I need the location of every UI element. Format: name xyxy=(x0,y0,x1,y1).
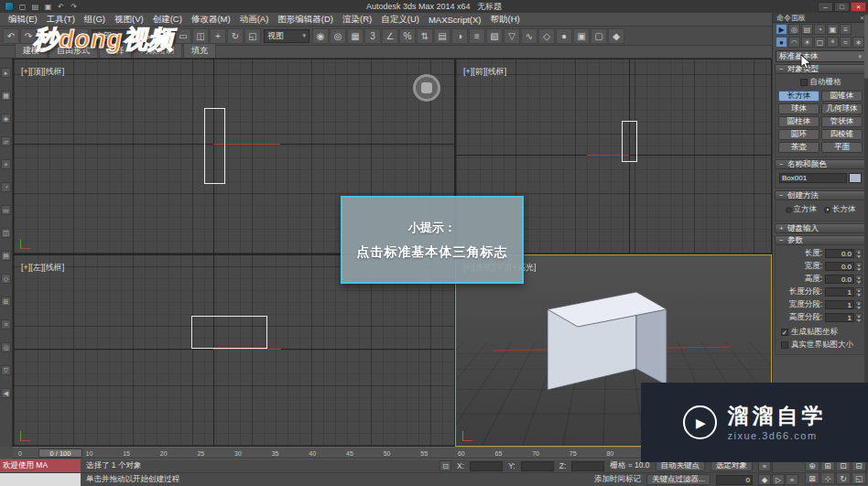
schematic-view-icon[interactable]: ◇ xyxy=(538,28,555,44)
object-type-button[interactable]: 管状体 xyxy=(821,116,863,127)
maximize-viewport-toggle-icon[interactable]: ◱ xyxy=(852,472,866,484)
checkbox-row[interactable]: 真实世界贴图大小 xyxy=(776,339,865,351)
viewport-top-label[interactable]: [+][顶][线框] xyxy=(21,66,64,78)
checkbox-row[interactable]: ✓生成贴图坐标 xyxy=(776,326,865,339)
open-file-icon[interactable]: ▤ xyxy=(29,2,41,12)
save-file-icon[interactable]: ▣ xyxy=(42,2,54,12)
undo-icon[interactable]: ↶ xyxy=(3,28,19,44)
keyboard-override-toggle-icon[interactable]: ▦ xyxy=(347,28,363,44)
spinner[interactable]: ▴▾ xyxy=(855,313,863,322)
render-setup-icon[interactable]: ▣ xyxy=(573,28,590,44)
rectangular-selection-region-icon[interactable]: ▭ xyxy=(175,28,191,44)
utilities-tab-icon[interactable]: ≡ xyxy=(840,24,852,35)
menu-item[interactable]: 动画(A) xyxy=(235,14,274,26)
menu-item[interactable]: 修改器(M) xyxy=(187,14,235,26)
minimize-button[interactable]: – xyxy=(818,2,833,12)
keyboard-entry-rollout-header[interactable]: + 键盘输入 xyxy=(775,223,866,233)
object-type-button[interactable]: 几何球体 xyxy=(821,103,863,114)
left-toolbar-icon[interactable]: ⊞ xyxy=(1,297,11,307)
align-icon[interactable]: ≡ xyxy=(469,28,485,44)
use-center-flyout-icon[interactable]: ◉ xyxy=(312,28,329,44)
window-crossing-toggle-icon[interactable]: ◫ xyxy=(192,28,209,44)
lights-category-icon[interactable]: ☀ xyxy=(801,37,813,48)
percent-snap-icon[interactable]: % xyxy=(399,28,416,44)
object-type-button[interactable]: 圆锥体 xyxy=(821,91,863,102)
spinner[interactable]: ▴▾ xyxy=(855,300,863,309)
left-toolbar-icon[interactable]: ◫ xyxy=(1,228,11,238)
maximize-button[interactable]: □ xyxy=(834,2,850,12)
object-name-field[interactable]: Box001 xyxy=(779,173,847,183)
menu-item[interactable]: 自定义(U) xyxy=(376,14,424,26)
geometry-category-icon[interactable]: ● xyxy=(776,37,787,48)
y-coordinate-field[interactable] xyxy=(521,461,554,471)
modify-tab-icon[interactable]: ◎ xyxy=(788,24,800,35)
create-tab-icon[interactable]: ▶ xyxy=(776,24,787,35)
layer-manager-icon[interactable]: ▧ xyxy=(486,28,503,44)
name-color-rollout-header[interactable]: − 名称和颜色 xyxy=(775,159,866,169)
select-and-manipulate-icon[interactable]: ◎ xyxy=(330,28,346,44)
left-toolbar-icon[interactable]: ◈ xyxy=(1,113,11,124)
creation-method-rollout-header[interactable]: − 创建方法 xyxy=(775,190,866,200)
close-button[interactable]: × xyxy=(851,2,866,12)
spinner[interactable]: ▴▾ xyxy=(855,287,863,297)
parameter-input[interactable]: 1 xyxy=(825,300,854,309)
parameter-input[interactable]: 0.0 xyxy=(825,275,854,284)
ribbon-tab[interactable]: 填充 xyxy=(183,43,216,58)
reference-coordinate-dropdown[interactable]: 视图 ▾ xyxy=(264,29,309,43)
rendered-frame-window-icon[interactable]: ▢ xyxy=(591,28,607,44)
parameter-input[interactable]: 1 xyxy=(825,287,854,297)
object-type-button[interactable]: 圆环 xyxy=(778,129,819,140)
angle-snap-icon[interactable]: ∠ xyxy=(382,28,398,44)
edit-named-selection-icon[interactable]: ▤ xyxy=(434,28,450,44)
mirror-icon[interactable]: ◑ xyxy=(451,28,468,44)
curve-editor-icon[interactable]: ∿ xyxy=(521,28,537,44)
autogrid-row[interactable]: 自动栅格 xyxy=(776,76,865,90)
left-toolbar-icon[interactable]: ◔ xyxy=(1,182,11,192)
spinner[interactable]: ▴▾ xyxy=(855,262,863,271)
left-toolbar-icon[interactable]: ◇ xyxy=(1,274,11,284)
time-tag-text[interactable]: 添加时间标记 xyxy=(594,474,641,485)
creation-method-radio[interactable]: 长方体 xyxy=(824,204,856,215)
go-to-end-icon[interactable]: » xyxy=(786,474,798,485)
menu-item[interactable]: MAXScript(X) xyxy=(424,15,486,25)
left-toolbar-icon[interactable]: ≡ xyxy=(1,319,11,329)
menu-item[interactable]: 帮助(H) xyxy=(485,14,524,26)
hierarchy-tab-icon[interactable]: ▤ xyxy=(801,24,813,35)
command-panel-header[interactable]: 命令面板 × xyxy=(773,13,868,23)
select-and-rotate-icon[interactable]: ↻ xyxy=(227,28,244,44)
select-and-scale-icon[interactable]: ◱ xyxy=(244,28,261,44)
key-filters-button[interactable]: 关键点过滤器... xyxy=(646,474,711,485)
object-type-rollout-header[interactable]: − 对象类型 xyxy=(775,64,866,74)
object-type-button[interactable]: 长方体 xyxy=(778,91,819,102)
display-tab-icon[interactable]: ▣ xyxy=(827,24,839,35)
spinner[interactable]: ▴▾ xyxy=(855,275,863,284)
cameras-category-icon[interactable]: ▢ xyxy=(814,37,826,48)
left-toolbar-icon[interactable]: ▭ xyxy=(1,205,11,215)
object-type-button[interactable]: 球体 xyxy=(778,103,819,114)
render-production-icon[interactable]: ◆ xyxy=(608,28,624,44)
systems-category-icon[interactable]: ∗ xyxy=(852,37,864,48)
new-scene-icon[interactable]: ▢ xyxy=(16,2,28,12)
select-and-move-icon[interactable]: + xyxy=(210,28,226,44)
creation-method-radio[interactable]: 立方体 xyxy=(786,204,818,215)
z-coordinate-field[interactable] xyxy=(571,461,604,471)
left-toolbar-icon[interactable]: ▦ xyxy=(1,91,11,101)
material-editor-icon[interactable]: ● xyxy=(556,28,572,44)
orbit-icon[interactable]: ↻ xyxy=(836,472,851,484)
left-toolbar-icon[interactable]: ▽ xyxy=(1,365,11,375)
parameters-rollout-header[interactable]: − 参数 xyxy=(775,235,866,245)
left-toolbar-icon[interactable]: ◀ xyxy=(1,388,11,398)
snaps-toggle-icon[interactable]: 3 xyxy=(364,28,381,44)
object-color-swatch[interactable] xyxy=(849,173,862,183)
spinner-snap-icon[interactable]: ⇅ xyxy=(417,28,433,44)
object-type-button[interactable]: 圆柱体 xyxy=(778,116,819,127)
shapes-category-icon[interactable]: ◠ xyxy=(788,37,800,48)
time-slider-handle[interactable]: 0 / 100 xyxy=(38,448,82,458)
redo-quick-icon[interactable]: ↷ xyxy=(68,2,80,12)
menu-item[interactable]: 渲染(R) xyxy=(338,14,376,26)
menu-item[interactable]: 图形编辑器(D) xyxy=(273,14,338,26)
box-wireframe-top[interactable] xyxy=(204,108,225,184)
motion-tab-icon[interactable]: ◔ xyxy=(814,24,826,35)
viewcube-widget[interactable] xyxy=(413,74,440,102)
x-coordinate-field[interactable] xyxy=(470,461,503,471)
